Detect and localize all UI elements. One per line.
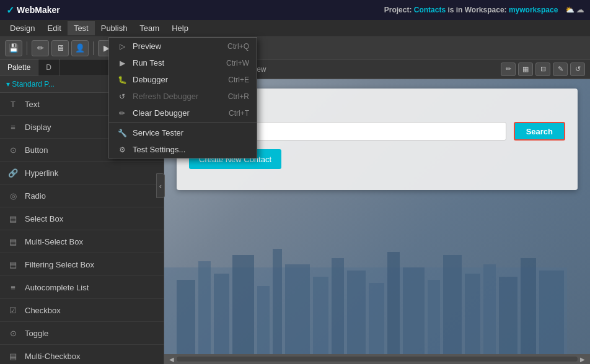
menu-design[interactable]: Design — [4, 21, 41, 35]
tab-palette[interactable]: Palette — [0, 59, 38, 76]
project-info: Project: Contacts is in Workspace: mywor… — [384, 6, 584, 14]
sidebar-item-hyperlink[interactable]: 🔗 Hyperlink — [0, 162, 164, 184]
surname-input[interactable] — [240, 122, 506, 141]
text-icon: T — [6, 97, 20, 111]
toggle-label: Toggle — [25, 329, 48, 338]
radio-icon: ◎ — [6, 189, 20, 202]
svg-rect-19 — [521, 258, 536, 354]
content-tab-icons: ✏ ▦ ⊟ ✎ ↺ — [501, 63, 585, 76]
toolbar-edit[interactable]: ✏ — [32, 40, 49, 56]
refresh-icon: ↺ — [117, 92, 128, 101]
cloud-icon2: ☁ — [576, 6, 584, 14]
service-tester-icon: 🔧 — [117, 129, 128, 137]
svg-rect-1 — [177, 280, 195, 354]
autocomplete-icon: ≡ — [6, 280, 20, 294]
logo-icon: ✓ — [6, 4, 14, 16]
toolbar-sep2 — [93, 41, 94, 55]
menu-debugger[interactable]: 🐛 Debugger Ctrl+E — [109, 71, 257, 88]
clear-debugger-label: Clear Debugger — [133, 108, 190, 118]
svg-rect-16 — [465, 274, 480, 354]
sidebar-collapse[interactable]: ‹ — [156, 173, 164, 198]
debugger-icon: 🐛 — [117, 76, 128, 84]
svg-rect-20 — [539, 271, 564, 354]
menu-edit[interactable]: Edit — [41, 21, 67, 35]
checkbox-icon: ☑ — [6, 303, 20, 317]
sidebar-item-autocomplete[interactable]: ≡ Autocomplete List — [0, 276, 164, 299]
menu-team[interactable]: Team — [133, 21, 165, 35]
debugger-shortcut: Ctrl+E — [228, 76, 249, 84]
run-test-icon: ▶ — [117, 59, 128, 67]
tab-d[interactable]: D — [38, 59, 59, 76]
scroll-track[interactable] — [177, 357, 578, 362]
menubar: Design Edit Test Publish Team Help ▷ Pre… — [0, 20, 590, 37]
multi-select-icon: ▤ — [6, 235, 20, 248]
toolbar-save[interactable]: 💾 — [5, 40, 22, 56]
svg-rect-8 — [313, 277, 328, 354]
test-settings-label: Test Settings... — [133, 145, 185, 154]
project-label: Project: — [384, 6, 412, 14]
autocomplete-label: Autocomplete List — [25, 283, 89, 292]
app-name: WebMaker — [17, 5, 60, 15]
svg-rect-4 — [232, 255, 254, 354]
preview-shortcut: Ctrl+Q — [227, 42, 249, 51]
scroll-right[interactable]: ▶ — [578, 356, 588, 363]
debugger-label: Debugger — [133, 75, 168, 84]
checkbox-label: Checkbox — [25, 306, 61, 315]
menu-clear-debugger[interactable]: ✏ Clear Debugger Ctrl+T — [109, 105, 257, 121]
edit-icon[interactable]: ✏ — [501, 63, 516, 76]
filtering-select-icon: ▤ — [6, 258, 20, 271]
sidebar-item-select-box[interactable]: ▤ Select Box — [0, 207, 164, 230]
refresh2-icon[interactable]: ↺ — [570, 63, 585, 76]
multi-checkbox-label: Multi-Checkbox — [25, 352, 81, 361]
sidebar-item-multi-select-box[interactable]: ▤ Multi-Select Box — [0, 230, 164, 253]
toolbar: 💾 ✏ 🖥 👤 ▶ 🐛 ↺ ✏ ≡ 🔒 📷 💡 — [0, 37, 590, 59]
scroll-left[interactable]: ◀ — [167, 356, 177, 363]
svg-rect-17 — [483, 264, 496, 354]
sidebar-item-filtering-select-box[interactable]: ▤ Filtering Select Box — [0, 253, 164, 276]
display-label: Display — [25, 123, 51, 132]
button-label: Button — [25, 145, 48, 155]
menu-service-tester[interactable]: 🔧 Service Tester — [109, 124, 257, 141]
menu-test[interactable]: Test — [68, 21, 95, 35]
svg-rect-14 — [428, 280, 440, 354]
svg-rect-12 — [387, 252, 400, 354]
svg-rect-5 — [257, 286, 270, 354]
menu-preview[interactable]: ▷ Preview Ctrl+Q — [109, 38, 257, 54]
grid-icon[interactable]: ▦ — [518, 63, 533, 76]
sidebar-item-multi-checkbox[interactable]: ▤ Multi-Checkbox — [0, 345, 164, 364]
workspace-label: is in Workspace: — [447, 6, 506, 14]
clear-debugger-shortcut: Ctrl+T — [229, 109, 249, 118]
run-test-label: Run Test — [133, 58, 164, 67]
menu-run-test[interactable]: ▶ Run Test Ctrl+W — [109, 54, 257, 71]
menu-help[interactable]: Help — [165, 21, 195, 35]
search-button[interactable]: Search — [514, 122, 565, 141]
display-icon: ≡ — [6, 120, 20, 134]
sidebar-item-checkbox[interactable]: ☑ Checkbox — [0, 299, 164, 322]
preview-icon: ▷ — [117, 42, 128, 51]
toolbar-users[interactable]: 👤 — [71, 40, 89, 56]
sidebar-item-radio[interactable]: ◎ Radio — [0, 184, 164, 207]
sidebar-item-toggle[interactable]: ⊙ Toggle — [0, 322, 164, 345]
toolbar-screen[interactable]: 🖥 — [51, 40, 69, 56]
titlebar: ✓ WebMaker Project: Contacts is in Works… — [0, 0, 590, 20]
toggle-icon: ⊙ — [6, 326, 20, 340]
horizontal-scrollbar: ◀ ▶ — [164, 354, 590, 364]
svg-rect-13 — [403, 267, 425, 354]
filtering-select-label: Filtering Select Box — [25, 260, 94, 269]
menu-refresh-debugger: ↺ Refresh Debugger Ctrl+R — [109, 88, 257, 105]
menu-test-settings[interactable]: ⚙ Test Settings... — [109, 141, 257, 158]
city-skyline — [164, 230, 567, 354]
svg-rect-9 — [332, 258, 344, 354]
svg-rect-2 — [198, 261, 211, 354]
menu-publish[interactable]: Publish — [95, 21, 134, 35]
test-settings-icon: ⚙ — [117, 145, 128, 154]
button-icon: ⊙ — [6, 143, 20, 157]
multi-select-label: Multi-Select Box — [25, 237, 83, 246]
service-tester-label: Service Tester — [133, 128, 183, 137]
toolbar-sep1 — [27, 41, 27, 55]
svg-rect-15 — [443, 255, 462, 354]
cloud-icon: ⛅ — [565, 6, 575, 14]
split-icon[interactable]: ⊟ — [535, 63, 550, 76]
pencil2-icon[interactable]: ✎ — [553, 63, 568, 76]
run-test-shortcut: Ctrl+W — [226, 59, 249, 67]
